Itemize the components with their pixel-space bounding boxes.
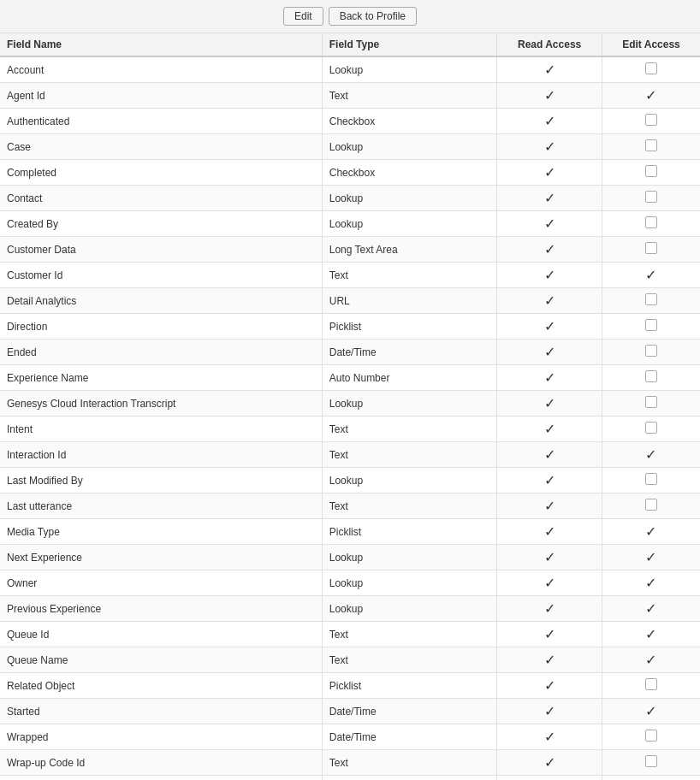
table-row: WrappedDate/Time✓: [0, 724, 700, 750]
check-true-icon: ✓: [544, 164, 555, 180]
table-row: Last utteranceText✓: [0, 493, 700, 519]
cell-field-name: Experience Name: [0, 365, 322, 391]
cell-field-type: Lookup: [322, 56, 497, 83]
cell-field-type: URL: [322, 288, 497, 314]
cell-field-name: Wrap-up Code Id: [0, 750, 322, 776]
cell-field-name: Started: [0, 699, 322, 724]
top-toolbar: Edit Back to Profile: [0, 0, 700, 33]
cell-edit-access: [602, 56, 700, 83]
table-row: Genesys Cloud Interaction TranscriptLook…: [0, 391, 700, 417]
check-false-icon: [645, 319, 657, 331]
cell-read-access: ✓: [497, 314, 602, 340]
cell-edit-access: [602, 365, 700, 391]
cell-edit-access: ✓: [602, 699, 700, 724]
check-false-icon: [645, 499, 657, 511]
check-false-icon: [645, 293, 657, 305]
cell-read-access: ✓: [497, 365, 602, 391]
check-true-icon: ✓: [544, 216, 555, 232]
check-true-icon: ✓: [544, 600, 555, 617]
check-false-icon: [645, 755, 657, 767]
cell-read-access: ✓: [497, 622, 602, 647]
check-true-icon: ✓: [544, 318, 555, 334]
cell-field-name: Related Object: [0, 673, 322, 699]
cell-edit-access: [602, 417, 700, 442]
table-row: Related ObjectPicklist✓: [0, 673, 700, 699]
cell-edit-access: [602, 493, 700, 519]
cell-field-name: Media Type: [0, 519, 322, 545]
cell-field-type: Lookup: [322, 211, 497, 237]
cell-field-type: Text: [322, 647, 497, 673]
table-row: Wrap-up Code NameText✓: [0, 776, 700, 781]
cell-edit-access: [602, 288, 700, 314]
table-row: IntentText✓: [0, 417, 700, 442]
cell-edit-access: ✓: [602, 442, 700, 468]
cell-field-name: Agent Id: [0, 83, 322, 109]
cell-read-access: ✓: [497, 109, 602, 134]
check-true-icon: ✓: [544, 729, 555, 745]
cell-field-type: Text: [322, 83, 497, 109]
cell-field-name: Queue Name: [0, 647, 322, 673]
table-row: Experience NameAuto Number✓: [0, 365, 700, 391]
cell-field-type: Lookup: [322, 391, 497, 417]
check-false-icon: [645, 62, 657, 74]
cell-edit-access: ✓: [602, 570, 700, 596]
cell-field-type: Date/Time: [322, 724, 497, 750]
cell-field-name: Queue Id: [0, 622, 322, 647]
table-row: StartedDate/Time✓✓: [0, 699, 700, 724]
cell-field-type: Lookup: [322, 570, 497, 596]
cell-edit-access: ✓: [602, 519, 700, 545]
cell-field-type: Picklist: [322, 673, 497, 699]
cell-edit-access: [602, 776, 700, 781]
table-row: OwnerLookup✓✓: [0, 570, 700, 596]
check-true-icon: ✓: [544, 754, 555, 771]
cell-field-type: Text: [322, 622, 497, 647]
cell-field-type: Lookup: [322, 596, 497, 622]
cell-edit-access: [602, 391, 700, 417]
field-permissions-table: Field Name Field Type Read Access Edit A…: [0, 33, 700, 780]
cell-read-access: ✓: [497, 83, 602, 109]
table-row: ContactLookup✓: [0, 186, 700, 211]
check-true-icon: ✓: [544, 498, 555, 514]
check-true-icon: ✓: [645, 575, 656, 591]
cell-read-access: ✓: [497, 699, 602, 724]
back-to-profile-button-top[interactable]: Back to Profile: [329, 7, 417, 26]
check-true-icon: ✓: [544, 549, 555, 565]
table-row: Wrap-up Code IdText✓: [0, 750, 700, 776]
cell-read-access: ✓: [497, 519, 602, 545]
edit-button-top[interactable]: Edit: [283, 7, 323, 26]
check-true-icon: ✓: [645, 523, 656, 540]
table-row: Next ExperienceLookup✓✓: [0, 545, 700, 570]
cell-read-access: ✓: [497, 56, 602, 83]
check-true-icon: ✓: [645, 652, 656, 668]
check-true-icon: ✓: [544, 267, 555, 283]
check-false-icon: [645, 242, 657, 254]
cell-edit-access: [602, 134, 700, 160]
cell-field-name: Case: [0, 134, 322, 160]
cell-read-access: ✓: [497, 570, 602, 596]
cell-field-type: Text: [322, 417, 497, 442]
cell-field-name: Contact: [0, 186, 322, 211]
cell-field-name: Next Experience: [0, 545, 322, 570]
check-true-icon: ✓: [645, 267, 656, 283]
header-edit-access: Edit Access: [602, 33, 700, 56]
check-true-icon: ✓: [544, 369, 555, 386]
cell-edit-access: ✓: [602, 263, 700, 288]
cell-field-type: Date/Time: [322, 699, 497, 724]
check-true-icon: ✓: [544, 87, 555, 103]
cell-read-access: ✓: [497, 673, 602, 699]
cell-field-type: Checkbox: [322, 109, 497, 134]
table-row: Media TypePicklist✓✓: [0, 519, 700, 545]
check-false-icon: [645, 678, 657, 690]
header-field-type: Field Type: [322, 33, 497, 56]
table-row: EndedDate/Time✓: [0, 340, 700, 365]
cell-field-type: Long Text Area: [322, 237, 497, 263]
header-read-access: Read Access: [497, 33, 602, 56]
cell-edit-access: [602, 468, 700, 493]
cell-field-name: Detail Analytics: [0, 288, 322, 314]
check-false-icon: [645, 191, 657, 203]
cell-edit-access: [602, 340, 700, 365]
cell-field-type: Picklist: [322, 519, 497, 545]
table-row: Queue IdText✓✓: [0, 622, 700, 647]
cell-edit-access: [602, 109, 700, 134]
check-false-icon: [645, 422, 657, 434]
